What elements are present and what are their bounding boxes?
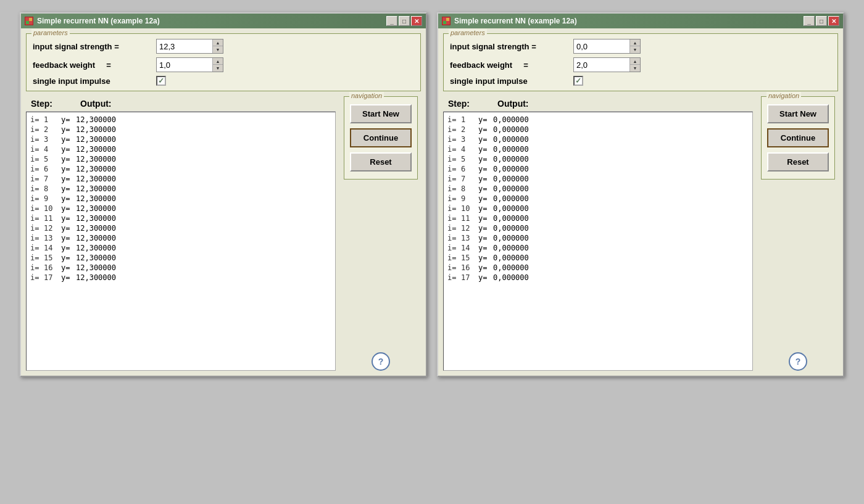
row-y-label: y= bbox=[61, 165, 76, 173]
row-value: 0,000000 bbox=[493, 165, 549, 173]
feedback-weight-up-2[interactable]: ▲ bbox=[630, 58, 640, 65]
continue-button-2[interactable]: Continue bbox=[767, 128, 829, 147]
feedback-weight-down-1[interactable]: ▼ bbox=[213, 65, 223, 72]
table-row: i= 16 y= 0,000000 bbox=[446, 263, 750, 273]
row-i-label: i= bbox=[447, 234, 461, 242]
input-signal-spinner-1[interactable]: ▲ ▼ bbox=[156, 39, 223, 54]
title-buttons-2: _ □ ✕ bbox=[804, 16, 839, 26]
table-row: i= 2 y= 12,300000 bbox=[29, 125, 333, 134]
row-value: 0,000000 bbox=[493, 273, 549, 282]
maximize-btn-2[interactable]: □ bbox=[816, 16, 827, 26]
row-y-label: y= bbox=[478, 244, 493, 252]
params-label-1: parameters bbox=[31, 29, 70, 36]
row-value: 0,000000 bbox=[493, 125, 549, 134]
row-y-label: y= bbox=[478, 165, 493, 173]
row-y-label: y= bbox=[478, 115, 493, 124]
svg-rect-1 bbox=[29, 21, 32, 24]
input-signal-down-1[interactable]: ▼ bbox=[213, 46, 223, 53]
step-header-1: Step: bbox=[31, 99, 80, 109]
table-row: i= 1 y= 12,300000 bbox=[29, 115, 333, 125]
row-i-label: i= bbox=[30, 194, 44, 203]
maximize-btn-1[interactable]: □ bbox=[399, 16, 410, 26]
close-btn-2[interactable]: ✕ bbox=[828, 16, 839, 26]
row-i-label: i= bbox=[447, 194, 461, 203]
feedback-weight-input-2[interactable] bbox=[574, 58, 629, 72]
single-input-checkbox-container-1[interactable]: ✓ bbox=[156, 76, 166, 86]
continue-button-1[interactable]: Continue bbox=[350, 128, 412, 147]
help-button-2[interactable]: ? bbox=[789, 352, 807, 371]
reset-button-1[interactable]: Reset bbox=[350, 152, 412, 171]
row-y-label: y= bbox=[478, 184, 493, 193]
feedback-weight-input-1[interactable] bbox=[157, 58, 212, 72]
input-signal-up-2[interactable]: ▲ bbox=[630, 39, 640, 46]
row-y-label: y= bbox=[478, 224, 493, 233]
input-signal-input-1[interactable] bbox=[157, 39, 212, 53]
row-num: 5 bbox=[461, 155, 478, 163]
row-value: 0,000000 bbox=[493, 224, 549, 233]
title-bar-1: Simple recurrent NN (example 12a) _ □ ✕ bbox=[21, 14, 426, 28]
single-input-checkbox-1[interactable]: ✓ bbox=[156, 76, 166, 86]
table-row: i= 15 y= 12,300000 bbox=[29, 253, 333, 263]
row-y-label: y= bbox=[478, 234, 493, 242]
reset-button-2[interactable]: Reset bbox=[767, 152, 829, 171]
single-input-checkbox-2[interactable]: ✓ bbox=[573, 76, 583, 86]
single-input-checkbox-container-2[interactable]: ✓ bbox=[573, 76, 583, 86]
title-text-1: Simple recurrent NN (example 12a) bbox=[37, 17, 383, 25]
output-section-2: Step: Output: i= 1 y= 0,000000 i= 2 y= 0… bbox=[443, 96, 753, 371]
svg-rect-2 bbox=[29, 18, 32, 21]
row-y-label: y= bbox=[61, 115, 76, 124]
title-icon-1 bbox=[25, 17, 33, 25]
help-button-1[interactable]: ? bbox=[372, 352, 390, 371]
start-new-button-2[interactable]: Start New bbox=[767, 104, 829, 123]
row-value: 0,000000 bbox=[493, 214, 549, 223]
feedback-weight-down-2[interactable]: ▼ bbox=[630, 65, 640, 72]
nav-label-1: navigation bbox=[349, 92, 384, 99]
input-signal-up-1[interactable]: ▲ bbox=[213, 39, 223, 46]
row-y-label: y= bbox=[61, 145, 76, 154]
row-num: 3 bbox=[461, 135, 478, 144]
table-row: i= 16 y= 12,300000 bbox=[29, 263, 333, 273]
minimize-btn-2[interactable]: _ bbox=[804, 16, 815, 26]
title-text-2: Simple recurrent NN (example 12a) bbox=[454, 17, 800, 25]
row-num: 6 bbox=[461, 165, 478, 173]
table-row: i= 10 y= 12,300000 bbox=[29, 204, 333, 213]
single-input-label-2: single input impulse bbox=[450, 76, 573, 86]
row-value: 12,300000 bbox=[76, 224, 131, 233]
svg-rect-6 bbox=[446, 18, 449, 21]
row-value: 12,300000 bbox=[76, 135, 131, 144]
start-new-button-1[interactable]: Start New bbox=[350, 104, 412, 123]
row-num: 9 bbox=[461, 194, 478, 203]
feedback-weight-spinner-2[interactable]: ▲ ▼ bbox=[573, 57, 641, 72]
row-y-label: y= bbox=[61, 194, 76, 203]
table-row: i= 14 y= 0,000000 bbox=[446, 243, 750, 253]
input-signal-spinner-2[interactable]: ▲ ▼ bbox=[573, 39, 641, 54]
row-value: 12,300000 bbox=[76, 234, 131, 242]
params-label-2: parameters bbox=[449, 29, 487, 36]
main-area-2: Step: Output: i= 1 y= 0,000000 i= 2 y= 0… bbox=[443, 96, 838, 371]
row-num: 8 bbox=[461, 184, 478, 193]
params-group-1: parameters input signal strength = ▲ ▼ f… bbox=[26, 33, 421, 91]
row-value: 12,300000 bbox=[76, 125, 131, 134]
row-y-label: y= bbox=[61, 155, 76, 163]
table-row: i= 3 y= 12,300000 bbox=[29, 134, 333, 144]
input-signal-label-1: input signal strength = bbox=[33, 42, 156, 51]
input-signal-down-2[interactable]: ▼ bbox=[630, 46, 640, 53]
row-i-label: i= bbox=[30, 155, 44, 163]
row-value: 12,300000 bbox=[76, 184, 131, 193]
row-num: 4 bbox=[44, 145, 61, 154]
svg-rect-7 bbox=[443, 21, 446, 24]
close-btn-1[interactable]: ✕ bbox=[411, 16, 422, 26]
row-i-label: i= bbox=[30, 273, 44, 282]
table-row: i= 4 y= 0,000000 bbox=[446, 144, 750, 154]
input-signal-input-2[interactable] bbox=[574, 39, 629, 53]
table-row: i= 2 y= 0,000000 bbox=[446, 125, 750, 134]
feedback-weight-spinner-1[interactable]: ▲ ▼ bbox=[156, 57, 223, 72]
row-value: 0,000000 bbox=[493, 145, 549, 154]
table-row: i= 9 y= 0,000000 bbox=[446, 194, 750, 204]
table-row: i= 12 y= 12,300000 bbox=[29, 223, 333, 233]
feedback-weight-up-1[interactable]: ▲ bbox=[213, 58, 223, 65]
table-row: i= 17 y= 0,000000 bbox=[446, 273, 750, 283]
row-value: 0,000000 bbox=[493, 115, 549, 124]
minimize-btn-1[interactable]: _ bbox=[386, 16, 397, 26]
row-value: 0,000000 bbox=[493, 254, 549, 262]
